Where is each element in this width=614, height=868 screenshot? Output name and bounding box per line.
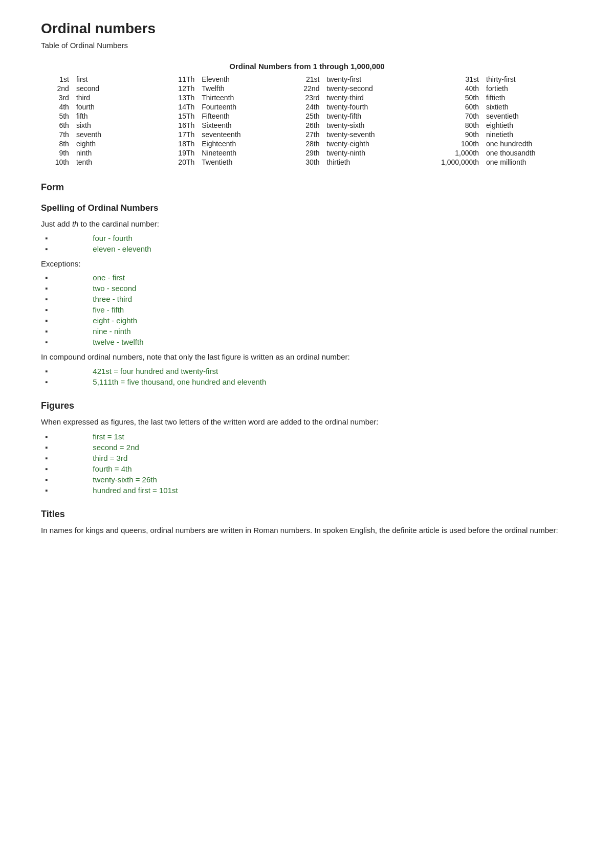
th-italic: th	[72, 219, 79, 228]
table-cell-num: 16Th	[163, 121, 200, 130]
table-cell-word: twenty-second	[324, 84, 413, 93]
table-cell-word: eightieth	[484, 121, 573, 130]
table-cell-word: one millionth	[484, 158, 573, 167]
table-cell-num: 17Th	[163, 130, 200, 139]
table-cell-num: 1,000,000th	[413, 158, 484, 167]
table-cell-word: thirty-first	[484, 75, 573, 84]
table-cell-num: 8th	[41, 139, 74, 148]
table-cell-word: Thirteenth	[200, 93, 288, 102]
table-cell-word: twenty-fourth	[324, 102, 413, 112]
table-cell-num: 24th	[288, 102, 324, 112]
spelling-heading: Spelling of Ordinal Numbers	[41, 203, 573, 213]
table-cell-word: Twentieth	[200, 158, 288, 167]
table-cell-word: tenth	[74, 158, 163, 167]
table-cell-word: second	[74, 84, 163, 93]
table-cell-word: seventh	[74, 130, 163, 139]
table-cell-word: twenty-fifth	[324, 112, 413, 121]
list-item: 421st = four hundred and twenty-first	[41, 367, 573, 375]
titles-text: In names for kings and queens, ordinal n…	[41, 525, 573, 537]
list-item: two - second	[41, 284, 573, 293]
table-cell-num: 9th	[41, 148, 74, 158]
table-cell-num: 23rd	[288, 93, 324, 102]
table-cell-word: twenty-first	[324, 75, 413, 84]
list-item: twelve - twelfth	[41, 338, 573, 346]
table-cell-num: 1,000th	[413, 148, 484, 158]
figures-list: first = 1stsecond = 2ndthird = 3rdfourth…	[41, 432, 573, 495]
ordinal-numbers-table: 1stfirst11ThEleventh21sttwenty-first31st…	[41, 75, 573, 167]
table-cell-word: sixth	[74, 121, 163, 130]
table-cell-num: 27th	[288, 130, 324, 139]
table-cell-word: Twelfth	[200, 84, 288, 93]
table-cell-word: eighth	[74, 139, 163, 148]
table-cell-word: one hundredth	[484, 139, 573, 148]
table-title: Ordinal Numbers from 1 through 1,000,000	[41, 62, 573, 71]
table-cell-num: 21st	[288, 75, 324, 84]
table-cell-word: ninetieth	[484, 130, 573, 139]
list-item: second = 2nd	[41, 443, 573, 452]
table-cell-word: twenty-third	[324, 93, 413, 102]
figures-intro: When expressed as figures, the last two …	[41, 416, 573, 428]
table-cell-num: 40th	[413, 84, 484, 93]
table-cell-word: twenty-seventh	[324, 130, 413, 139]
table-cell-num: 1st	[41, 75, 74, 84]
table-cell-num: 90th	[413, 130, 484, 139]
table-cell-num: 6th	[41, 121, 74, 130]
list-item: eight - eighth	[41, 316, 573, 325]
table-cell-num: 80th	[413, 121, 484, 130]
table-cell-num: 19Th	[163, 148, 200, 158]
list-item: five - fifth	[41, 305, 573, 314]
table-cell-num: 30th	[288, 158, 324, 167]
exceptions-list: one - firsttwo - secondthree - thirdfive…	[41, 273, 573, 346]
table-cell-num: 26th	[288, 121, 324, 130]
table-cell-num: 14Th	[163, 102, 200, 112]
table-cell-word: seventeenth	[200, 130, 288, 139]
spelling-intro: Just add th to the cardinal number:	[41, 218, 573, 230]
exceptions-label: Exceptions:	[41, 258, 573, 270]
table-cell-word: sixtieth	[484, 102, 573, 112]
list-item: 5,111th = five thousand, one hundred and…	[41, 377, 573, 386]
table-cell-word: Fifteenth	[200, 112, 288, 121]
table-cell-word: Nineteenth	[200, 148, 288, 158]
table-cell-word: thirtieth	[324, 158, 413, 167]
list-item: first = 1st	[41, 432, 573, 441]
table-cell-num: 50th	[413, 93, 484, 102]
compound-list: 421st = four hundred and twenty-first5,1…	[41, 367, 573, 386]
table-cell-num: 11Th	[163, 75, 200, 84]
table-cell-word: fourth	[74, 102, 163, 112]
list-item: third = 3rd	[41, 454, 573, 462]
list-item: eleven - eleventh	[41, 244, 573, 253]
page-title: Ordinal numbers	[41, 20, 573, 37]
table-cell-num: 25th	[288, 112, 324, 121]
table-cell-num: 7th	[41, 130, 74, 139]
list-item: three - third	[41, 295, 573, 303]
list-item: hundred and first = 101st	[41, 486, 573, 495]
table-cell-num: 13Th	[163, 93, 200, 102]
table-cell-num: 12Th	[163, 84, 200, 93]
table-cell-word: ninth	[74, 148, 163, 158]
form-heading: Form	[41, 182, 573, 193]
spelling-examples-list: four - fourtheleven - eleventh	[41, 234, 573, 253]
table-cell-word: twenty-ninth	[324, 148, 413, 158]
table-cell-num: 28th	[288, 139, 324, 148]
table-cell-word: seventieth	[484, 112, 573, 121]
table-cell-num: 31st	[413, 75, 484, 84]
table-cell-num: 10th	[41, 158, 74, 167]
table-cell-word: fiftieth	[484, 93, 573, 102]
list-item: one - first	[41, 273, 573, 282]
table-cell-num: 70th	[413, 112, 484, 121]
compound-note: In compound ordinal numbers, note that o…	[41, 351, 573, 363]
titles-heading: Titles	[41, 509, 573, 520]
subtitle: Table of Ordinal Numbers	[41, 40, 573, 52]
table-cell-word: fifth	[74, 112, 163, 121]
table-cell-num: 15Th	[163, 112, 200, 121]
list-item: fourth = 4th	[41, 464, 573, 473]
table-cell-word: fortieth	[484, 84, 573, 93]
table-cell-word: first	[74, 75, 163, 84]
table-cell-num: 22nd	[288, 84, 324, 93]
table-cell-num: 18Th	[163, 139, 200, 148]
table-cell-num: 20Th	[163, 158, 200, 167]
list-item: twenty-sixth = 26th	[41, 475, 573, 484]
ordinal-table-section: Ordinal Numbers from 1 through 1,000,000…	[41, 62, 573, 167]
table-cell-word: twenty-eighth	[324, 139, 413, 148]
figures-heading: Figures	[41, 400, 573, 411]
